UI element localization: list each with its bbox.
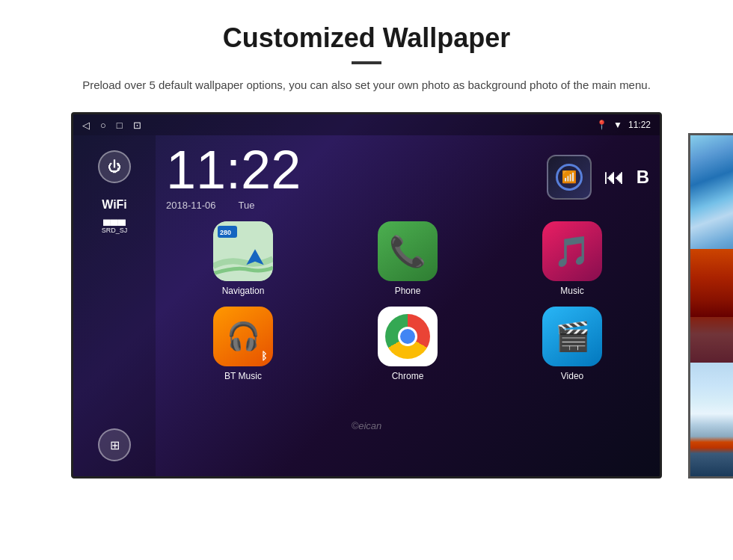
app-item-phone[interactable]: 📞 Phone bbox=[331, 221, 485, 296]
screenshot-icon: ⊡ bbox=[133, 120, 141, 131]
phone-app-label: Phone bbox=[395, 286, 421, 296]
left-sidebar: ⏻ WiFi ▄▄▄ SRD_SJ ⊞ bbox=[73, 135, 156, 476]
clock-day: Tue bbox=[239, 200, 255, 211]
wifi-label: WiFi bbox=[102, 198, 128, 212]
clock-area: 11:22 2018-11-06 Tue 📶 bbox=[166, 143, 649, 211]
wifi-icon: ▼ bbox=[613, 120, 622, 130]
nav-arrow-icon bbox=[245, 247, 266, 268]
music-icon-glyph: 🎵 bbox=[553, 234, 591, 269]
navigation-app-label: Navigation bbox=[222, 286, 265, 296]
app-item-chrome[interactable]: Chrome bbox=[331, 307, 485, 381]
video-icon-glyph: 🎬 bbox=[555, 320, 590, 353]
wifi-info: WiFi ▄▄▄ SRD_SJ bbox=[102, 198, 128, 234]
recents-icon: □ bbox=[117, 120, 123, 131]
location-icon: 📍 bbox=[596, 120, 607, 130]
wifi-signal-icon: 📶 bbox=[562, 170, 577, 184]
music-label-b: B bbox=[637, 167, 649, 188]
video-app-label: Video bbox=[561, 371, 583, 381]
device-container: ◁ ○ □ ⊡ 📍 ▼ 11:22 ⏻ bbox=[45, 112, 688, 479]
apps-grid-icon: ⊞ bbox=[110, 438, 120, 452]
status-time: 11:22 bbox=[628, 120, 651, 130]
power-icon: ⏻ bbox=[108, 159, 121, 175]
page-description: Preload over 5 default wallpaper options… bbox=[82, 76, 651, 94]
clock-date-value: 2018-11-06 bbox=[166, 200, 216, 211]
prev-track-button[interactable]: ⏮ bbox=[604, 164, 625, 189]
app-item-navigation[interactable]: 280 Navigation bbox=[166, 221, 320, 296]
clock-block: 11:22 2018-11-06 Tue bbox=[166, 143, 532, 211]
page-title: Customized Wallpaper bbox=[45, 22, 688, 54]
app-item-video[interactable]: 🎬 Video bbox=[495, 307, 649, 381]
phone-app-icon[interactable]: 📞 bbox=[378, 221, 438, 281]
status-bar: ◁ ○ □ ⊡ 📍 ▼ 11:22 bbox=[73, 114, 660, 135]
phone-icon-glyph: 📞 bbox=[389, 234, 426, 269]
nav-map-background: 280 bbox=[213, 221, 273, 281]
music-app-label: Music bbox=[560, 286, 583, 296]
navigation-app-icon[interactable]: 280 bbox=[213, 221, 273, 281]
app-item-btmusic[interactable]: 🎧 ᛒ BT Music bbox=[166, 307, 320, 381]
android-screen: ◁ ○ □ ⊡ 📍 ▼ 11:22 ⏻ bbox=[71, 112, 662, 479]
clock-time: 11:22 bbox=[166, 143, 532, 197]
app-grid: 280 Navigation bbox=[166, 221, 649, 381]
btmusic-app-icon[interactable]: 🎧 ᛒ bbox=[213, 307, 273, 366]
watermark: ©eican bbox=[352, 420, 382, 431]
back-icon: ◁ bbox=[82, 120, 90, 131]
wallpaper-thumb-ice[interactable] bbox=[688, 133, 733, 249]
power-button[interactable]: ⏻ bbox=[98, 150, 131, 183]
chrome-inner-circle bbox=[398, 327, 417, 346]
video-app-icon[interactable]: 🎬 bbox=[542, 307, 602, 366]
headphone-icon-glyph: 🎧 bbox=[227, 321, 260, 352]
wallpaper-thumb-bridge[interactable] bbox=[688, 363, 733, 479]
app-item-music[interactable]: 🎵 Music bbox=[495, 221, 649, 296]
music-app-icon[interactable]: 🎵 bbox=[542, 221, 602, 281]
wifi-bars: ▄▄▄ bbox=[102, 213, 128, 225]
center-content: 11:22 2018-11-06 Tue 📶 bbox=[156, 135, 660, 476]
chrome-app-icon[interactable] bbox=[378, 307, 438, 366]
chrome-app-label: Chrome bbox=[392, 371, 424, 381]
signal-app-icon[interactable]: 📶 bbox=[547, 155, 592, 200]
status-bar-left: ◁ ○ □ ⊡ bbox=[82, 120, 141, 131]
apps-button[interactable]: ⊞ bbox=[98, 428, 131, 461]
bluetooth-symbol: ᛒ bbox=[261, 350, 267, 362]
title-divider bbox=[352, 61, 381, 64]
wallpaper-thumbnails bbox=[688, 133, 733, 479]
status-bar-right: 📍 ▼ 11:22 bbox=[596, 120, 651, 130]
btmusic-app-label: BT Music bbox=[224, 371, 262, 381]
signal-inner: 📶 bbox=[556, 164, 583, 191]
clock-right-icons: 📶 ⏮ B bbox=[547, 155, 649, 200]
wifi-ssid: SRD_SJ bbox=[102, 227, 128, 234]
clock-date: 2018-11-06 Tue bbox=[166, 200, 532, 211]
wallpaper-thumb-city[interactable] bbox=[688, 249, 733, 363]
svg-text:280: 280 bbox=[220, 229, 231, 236]
chrome-circle bbox=[385, 314, 430, 359]
home-icon: ○ bbox=[100, 120, 106, 131]
sidebar-top: ⏻ WiFi ▄▄▄ SRD_SJ bbox=[98, 150, 131, 234]
